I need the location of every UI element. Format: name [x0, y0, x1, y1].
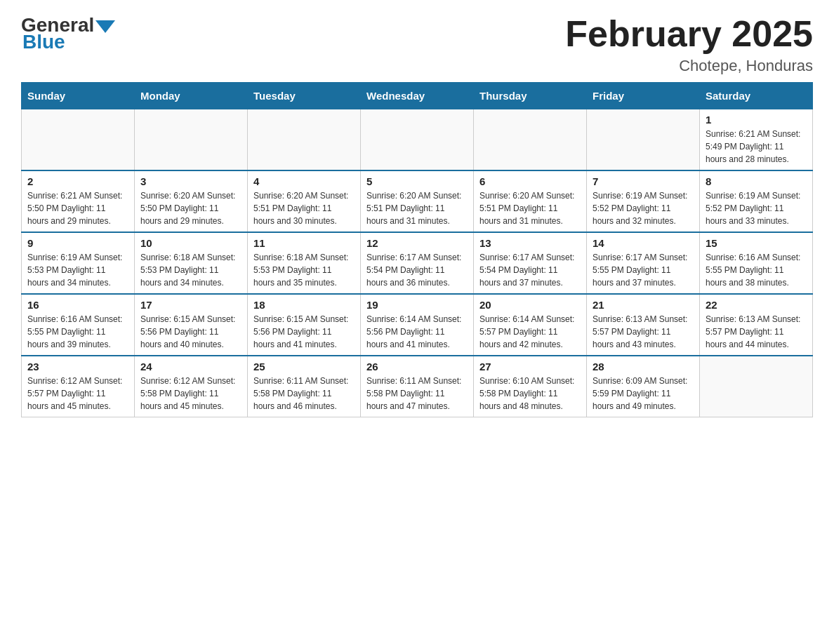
calendar-cell: 11Sunrise: 6:18 AM Sunset: 5:53 PM Dayli…: [248, 232, 361, 294]
day-info: Sunrise: 6:14 AM Sunset: 5:56 PM Dayligh…: [366, 313, 468, 351]
day-info: Sunrise: 6:18 AM Sunset: 5:53 PM Dayligh…: [253, 251, 355, 289]
calendar-cell: 20Sunrise: 6:14 AM Sunset: 5:57 PM Dayli…: [474, 294, 587, 356]
day-info: Sunrise: 6:20 AM Sunset: 5:51 PM Dayligh…: [253, 189, 355, 227]
calendar-cell: 5Sunrise: 6:20 AM Sunset: 5:51 PM Daylig…: [361, 170, 474, 232]
calendar-subtitle: Chotepe, Honduras: [565, 57, 813, 75]
calendar-cell: 22Sunrise: 6:13 AM Sunset: 5:57 PM Dayli…: [700, 294, 813, 356]
day-number: 11: [253, 237, 355, 249]
day-info: Sunrise: 6:16 AM Sunset: 5:55 PM Dayligh…: [27, 313, 128, 351]
calendar-cell: 15Sunrise: 6:16 AM Sunset: 5:55 PM Dayli…: [700, 232, 813, 294]
calendar-cell: 18Sunrise: 6:15 AM Sunset: 5:56 PM Dayli…: [248, 294, 361, 356]
day-number: 24: [140, 361, 241, 373]
calendar-cell: 9Sunrise: 6:19 AM Sunset: 5:53 PM Daylig…: [22, 232, 135, 294]
calendar-week-5: 23Sunrise: 6:12 AM Sunset: 5:57 PM Dayli…: [22, 356, 813, 417]
calendar-cell: [248, 109, 361, 171]
day-of-week-tuesday: Tuesday: [248, 83, 361, 109]
calendar-week-4: 16Sunrise: 6:16 AM Sunset: 5:55 PM Dayli…: [22, 294, 813, 356]
day-number: 18: [253, 299, 355, 311]
day-number: 23: [27, 361, 128, 373]
day-info: Sunrise: 6:12 AM Sunset: 5:58 PM Dayligh…: [140, 375, 241, 412]
calendar-cell: 16Sunrise: 6:16 AM Sunset: 5:55 PM Dayli…: [22, 294, 135, 356]
day-number: 8: [706, 175, 807, 187]
day-info: Sunrise: 6:16 AM Sunset: 5:55 PM Dayligh…: [706, 251, 807, 289]
calendar-title: February 2025: [565, 14, 813, 54]
day-info: Sunrise: 6:17 AM Sunset: 5:55 PM Dayligh…: [593, 251, 694, 289]
title-block: February 2025 Chotepe, Honduras: [565, 14, 813, 75]
calendar-week-1: 1Sunrise: 6:21 AM Sunset: 5:49 PM Daylig…: [22, 109, 813, 171]
calendar-cell: [361, 109, 474, 171]
day-number: 26: [366, 361, 468, 373]
day-number: 14: [593, 237, 694, 249]
day-number: 25: [253, 361, 355, 373]
day-number: 2: [27, 175, 128, 187]
day-info: Sunrise: 6:18 AM Sunset: 5:53 PM Dayligh…: [140, 251, 241, 289]
day-of-week-monday: Monday: [135, 83, 248, 109]
calendar-cell: 3Sunrise: 6:20 AM Sunset: 5:50 PM Daylig…: [135, 170, 248, 232]
day-number: 15: [706, 237, 807, 249]
day-number: 1: [706, 114, 807, 126]
day-number: 12: [366, 237, 468, 249]
calendar-cell: 26Sunrise: 6:11 AM Sunset: 5:58 PM Dayli…: [361, 356, 474, 417]
day-info: Sunrise: 6:11 AM Sunset: 5:58 PM Dayligh…: [366, 375, 468, 412]
calendar-cell: 19Sunrise: 6:14 AM Sunset: 5:56 PM Dayli…: [361, 294, 474, 356]
day-info: Sunrise: 6:17 AM Sunset: 5:54 PM Dayligh…: [366, 251, 468, 289]
page-header: General Blue February 2025 Chotepe, Hond…: [21, 14, 813, 75]
day-info: Sunrise: 6:20 AM Sunset: 5:51 PM Dayligh…: [366, 189, 468, 227]
day-number: 4: [253, 175, 355, 187]
calendar-cell: 7Sunrise: 6:19 AM Sunset: 5:52 PM Daylig…: [587, 170, 700, 232]
calendar-cell: 2Sunrise: 6:21 AM Sunset: 5:50 PM Daylig…: [22, 170, 135, 232]
calendar-table: SundayMondayTuesdayWednesdayThursdayFrid…: [21, 82, 813, 417]
calendar-cell: [700, 356, 813, 417]
calendar-cell: 28Sunrise: 6:09 AM Sunset: 5:59 PM Dayli…: [587, 356, 700, 417]
calendar-cell: [474, 109, 587, 171]
logo-blue-text: Blue: [22, 31, 65, 53]
day-number: 19: [366, 299, 468, 311]
logo: General Blue: [21, 14, 115, 53]
day-of-week-saturday: Saturday: [700, 83, 813, 109]
calendar-header: SundayMondayTuesdayWednesdayThursdayFrid…: [22, 83, 813, 109]
day-number: 17: [140, 299, 241, 311]
day-number: 10: [140, 237, 241, 249]
calendar-cell: 25Sunrise: 6:11 AM Sunset: 5:58 PM Dayli…: [248, 356, 361, 417]
day-info: Sunrise: 6:20 AM Sunset: 5:50 PM Dayligh…: [140, 189, 241, 227]
day-number: 3: [140, 175, 241, 187]
days-of-week-row: SundayMondayTuesdayWednesdayThursdayFrid…: [22, 83, 813, 109]
day-number: 13: [479, 237, 581, 249]
calendar-cell: 21Sunrise: 6:13 AM Sunset: 5:57 PM Dayli…: [587, 294, 700, 356]
calendar-cell: 6Sunrise: 6:20 AM Sunset: 5:51 PM Daylig…: [474, 170, 587, 232]
day-info: Sunrise: 6:15 AM Sunset: 5:56 PM Dayligh…: [253, 313, 355, 351]
day-info: Sunrise: 6:13 AM Sunset: 5:57 PM Dayligh…: [706, 313, 807, 351]
day-number: 27: [479, 361, 581, 373]
calendar-cell: 27Sunrise: 6:10 AM Sunset: 5:58 PM Dayli…: [474, 356, 587, 417]
day-info: Sunrise: 6:14 AM Sunset: 5:57 PM Dayligh…: [479, 313, 581, 351]
calendar-cell: 24Sunrise: 6:12 AM Sunset: 5:58 PM Dayli…: [135, 356, 248, 417]
day-info: Sunrise: 6:09 AM Sunset: 5:59 PM Dayligh…: [593, 375, 694, 412]
calendar-cell: 12Sunrise: 6:17 AM Sunset: 5:54 PM Dayli…: [361, 232, 474, 294]
calendar-body: 1Sunrise: 6:21 AM Sunset: 5:49 PM Daylig…: [22, 109, 813, 417]
calendar-cell: 17Sunrise: 6:15 AM Sunset: 5:56 PM Dayli…: [135, 294, 248, 356]
day-of-week-sunday: Sunday: [22, 83, 135, 109]
day-number: 28: [593, 361, 694, 373]
calendar-week-3: 9Sunrise: 6:19 AM Sunset: 5:53 PM Daylig…: [22, 232, 813, 294]
calendar-cell: [135, 109, 248, 171]
calendar-cell: 1Sunrise: 6:21 AM Sunset: 5:49 PM Daylig…: [700, 109, 813, 171]
day-number: 7: [593, 175, 694, 187]
logo-arrow-icon: [95, 20, 115, 33]
day-info: Sunrise: 6:20 AM Sunset: 5:51 PM Dayligh…: [479, 189, 581, 227]
day-info: Sunrise: 6:19 AM Sunset: 5:52 PM Dayligh…: [593, 189, 694, 227]
day-number: 5: [366, 175, 468, 187]
calendar-cell: 23Sunrise: 6:12 AM Sunset: 5:57 PM Dayli…: [22, 356, 135, 417]
day-info: Sunrise: 6:12 AM Sunset: 5:57 PM Dayligh…: [27, 375, 128, 412]
day-info: Sunrise: 6:10 AM Sunset: 5:58 PM Dayligh…: [479, 375, 581, 412]
day-info: Sunrise: 6:13 AM Sunset: 5:57 PM Dayligh…: [593, 313, 694, 351]
calendar-cell: 14Sunrise: 6:17 AM Sunset: 5:55 PM Dayli…: [587, 232, 700, 294]
calendar-cell: 13Sunrise: 6:17 AM Sunset: 5:54 PM Dayli…: [474, 232, 587, 294]
day-number: 16: [27, 299, 128, 311]
day-info: Sunrise: 6:15 AM Sunset: 5:56 PM Dayligh…: [140, 313, 241, 351]
day-info: Sunrise: 6:21 AM Sunset: 5:50 PM Dayligh…: [27, 189, 128, 227]
day-number: 9: [27, 237, 128, 249]
day-info: Sunrise: 6:19 AM Sunset: 5:53 PM Dayligh…: [27, 251, 128, 289]
day-number: 20: [479, 299, 581, 311]
calendar-cell: [587, 109, 700, 171]
calendar-cell: [22, 109, 135, 171]
